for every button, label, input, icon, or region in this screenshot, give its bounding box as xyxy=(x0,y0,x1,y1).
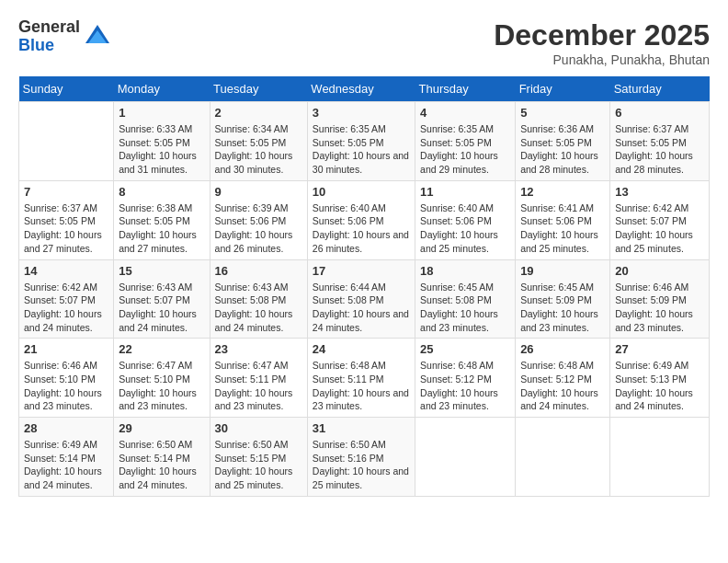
day-number: 23 xyxy=(215,342,302,356)
calendar-cell: 3Sunrise: 6:35 AMSunset: 5:05 PMDaylight… xyxy=(307,102,415,181)
day-number: 1 xyxy=(119,106,204,120)
calendar-cell: 8Sunrise: 6:38 AMSunset: 5:05 PMDaylight… xyxy=(114,180,210,259)
day-number: 15 xyxy=(119,264,204,278)
logo: General Blue xyxy=(18,18,111,55)
weekday-header: Wednesday xyxy=(307,76,415,102)
day-number: 8 xyxy=(119,185,204,199)
day-info: Sunrise: 6:45 AMSunset: 5:08 PMDaylight:… xyxy=(420,281,510,335)
calendar-cell: 30Sunrise: 6:50 AMSunset: 5:15 PMDayligh… xyxy=(210,418,307,497)
subtitle: Punakha, Punakha, Bhutan xyxy=(494,52,710,67)
title-section: December 2025 Punakha, Punakha, Bhutan xyxy=(494,18,710,67)
calendar-table: SundayMondayTuesdayWednesdayThursdayFrid… xyxy=(18,76,710,497)
calendar-cell: 24Sunrise: 6:48 AMSunset: 5:11 PMDayligh… xyxy=(307,339,415,418)
day-number: 19 xyxy=(520,264,605,278)
day-number: 12 xyxy=(520,185,605,199)
day-info: Sunrise: 6:46 AMSunset: 5:10 PMDaylight:… xyxy=(24,359,108,413)
day-number: 18 xyxy=(420,264,510,278)
day-number: 20 xyxy=(615,264,704,278)
calendar-cell: 19Sunrise: 6:45 AMSunset: 5:09 PMDayligh… xyxy=(516,259,610,339)
calendar-week-row: 7Sunrise: 6:37 AMSunset: 5:05 PMDaylight… xyxy=(19,180,710,259)
calendar-cell: 10Sunrise: 6:40 AMSunset: 5:06 PMDayligh… xyxy=(307,180,415,259)
calendar-cell: 17Sunrise: 6:44 AMSunset: 5:08 PMDayligh… xyxy=(307,259,415,339)
day-info: Sunrise: 6:42 AMSunset: 5:07 PMDaylight:… xyxy=(24,281,108,335)
day-number: 7 xyxy=(24,185,108,199)
day-info: Sunrise: 6:47 AMSunset: 5:11 PMDaylight:… xyxy=(215,359,302,413)
weekday-header: Tuesday xyxy=(210,76,307,102)
calendar-cell: 23Sunrise: 6:47 AMSunset: 5:11 PMDayligh… xyxy=(210,339,307,418)
day-info: Sunrise: 6:35 AMSunset: 5:05 PMDaylight:… xyxy=(313,122,410,177)
logo-icon xyxy=(84,23,111,51)
calendar-cell xyxy=(516,418,610,497)
calendar-cell: 31Sunrise: 6:50 AMSunset: 5:16 PMDayligh… xyxy=(307,418,415,497)
weekday-header: Thursday xyxy=(415,76,516,102)
day-number: 9 xyxy=(215,185,302,199)
day-number: 14 xyxy=(24,264,108,278)
day-number: 3 xyxy=(313,106,410,120)
day-info: Sunrise: 6:42 AMSunset: 5:07 PMDaylight:… xyxy=(615,201,704,256)
calendar-week-row: 28Sunrise: 6:49 AMSunset: 5:14 PMDayligh… xyxy=(19,418,710,497)
calendar-week-row: 21Sunrise: 6:46 AMSunset: 5:10 PMDayligh… xyxy=(19,339,710,418)
day-info: Sunrise: 6:44 AMSunset: 5:08 PMDaylight:… xyxy=(313,281,410,335)
day-number: 4 xyxy=(420,106,510,120)
calendar-cell: 18Sunrise: 6:45 AMSunset: 5:08 PMDayligh… xyxy=(415,259,516,339)
day-number: 16 xyxy=(215,264,302,278)
calendar-cell: 13Sunrise: 6:42 AMSunset: 5:07 PMDayligh… xyxy=(610,180,710,259)
calendar-cell: 5Sunrise: 6:36 AMSunset: 5:05 PMDaylight… xyxy=(516,102,610,181)
day-info: Sunrise: 6:47 AMSunset: 5:10 PMDaylight:… xyxy=(119,359,204,413)
day-info: Sunrise: 6:40 AMSunset: 5:06 PMDaylight:… xyxy=(313,201,410,256)
day-info: Sunrise: 6:37 AMSunset: 5:05 PMDaylight:… xyxy=(615,122,704,177)
calendar-cell: 26Sunrise: 6:48 AMSunset: 5:12 PMDayligh… xyxy=(516,339,610,418)
day-info: Sunrise: 6:33 AMSunset: 5:05 PMDaylight:… xyxy=(119,122,204,177)
calendar-cell: 16Sunrise: 6:43 AMSunset: 5:08 PMDayligh… xyxy=(210,259,307,339)
logo-blue: Blue xyxy=(18,37,80,55)
day-info: Sunrise: 6:40 AMSunset: 5:06 PMDaylight:… xyxy=(420,201,510,256)
calendar-cell: 11Sunrise: 6:40 AMSunset: 5:06 PMDayligh… xyxy=(415,180,516,259)
day-number: 27 xyxy=(615,342,704,356)
calendar-cell xyxy=(610,418,710,497)
day-number: 21 xyxy=(24,342,108,356)
day-number: 31 xyxy=(313,421,410,435)
weekday-header: Monday xyxy=(114,76,210,102)
day-number: 13 xyxy=(615,185,704,199)
day-info: Sunrise: 6:43 AMSunset: 5:08 PMDaylight:… xyxy=(215,281,302,335)
day-info: Sunrise: 6:46 AMSunset: 5:09 PMDaylight:… xyxy=(615,281,704,335)
day-number: 30 xyxy=(215,421,302,435)
header-row: SundayMondayTuesdayWednesdayThursdayFrid… xyxy=(19,76,710,102)
page-header: General Blue December 2025 Punakha, Puna… xyxy=(18,18,710,67)
day-info: Sunrise: 6:48 AMSunset: 5:12 PMDaylight:… xyxy=(420,359,510,413)
day-number: 24 xyxy=(313,342,410,356)
calendar-cell: 9Sunrise: 6:39 AMSunset: 5:06 PMDaylight… xyxy=(210,180,307,259)
calendar-cell: 2Sunrise: 6:34 AMSunset: 5:05 PMDaylight… xyxy=(210,102,307,181)
day-info: Sunrise: 6:39 AMSunset: 5:06 PMDaylight:… xyxy=(215,201,302,256)
calendar-cell: 20Sunrise: 6:46 AMSunset: 5:09 PMDayligh… xyxy=(610,259,710,339)
day-number: 17 xyxy=(313,264,410,278)
day-info: Sunrise: 6:50 AMSunset: 5:16 PMDaylight:… xyxy=(313,438,410,492)
calendar-cell xyxy=(415,418,516,497)
day-info: Sunrise: 6:35 AMSunset: 5:05 PMDaylight:… xyxy=(420,122,510,177)
day-info: Sunrise: 6:49 AMSunset: 5:13 PMDaylight:… xyxy=(615,359,704,413)
calendar-cell: 25Sunrise: 6:48 AMSunset: 5:12 PMDayligh… xyxy=(415,339,516,418)
day-info: Sunrise: 6:48 AMSunset: 5:11 PMDaylight:… xyxy=(313,359,410,413)
calendar-cell: 21Sunrise: 6:46 AMSunset: 5:10 PMDayligh… xyxy=(19,339,114,418)
calendar-cell: 27Sunrise: 6:49 AMSunset: 5:13 PMDayligh… xyxy=(610,339,710,418)
day-info: Sunrise: 6:41 AMSunset: 5:06 PMDaylight:… xyxy=(520,201,605,256)
calendar-cell: 6Sunrise: 6:37 AMSunset: 5:05 PMDaylight… xyxy=(610,102,710,181)
day-info: Sunrise: 6:36 AMSunset: 5:05 PMDaylight:… xyxy=(520,122,605,177)
day-number: 11 xyxy=(420,185,510,199)
calendar-cell: 28Sunrise: 6:49 AMSunset: 5:14 PMDayligh… xyxy=(19,418,114,497)
day-info: Sunrise: 6:37 AMSunset: 5:05 PMDaylight:… xyxy=(24,201,108,256)
weekday-header: Friday xyxy=(516,76,610,102)
calendar-week-row: 14Sunrise: 6:42 AMSunset: 5:07 PMDayligh… xyxy=(19,259,710,339)
weekday-header: Saturday xyxy=(610,76,710,102)
day-number: 25 xyxy=(420,342,510,356)
main-title: December 2025 xyxy=(494,18,710,52)
weekday-header: Sunday xyxy=(19,76,114,102)
day-info: Sunrise: 6:34 AMSunset: 5:05 PMDaylight:… xyxy=(215,122,302,177)
day-number: 5 xyxy=(520,106,605,120)
calendar-cell: 29Sunrise: 6:50 AMSunset: 5:14 PMDayligh… xyxy=(114,418,210,497)
calendar-cell: 4Sunrise: 6:35 AMSunset: 5:05 PMDaylight… xyxy=(415,102,516,181)
calendar-cell: 1Sunrise: 6:33 AMSunset: 5:05 PMDaylight… xyxy=(114,102,210,181)
logo-general: General xyxy=(18,18,80,37)
day-info: Sunrise: 6:50 AMSunset: 5:15 PMDaylight:… xyxy=(215,438,302,492)
day-number: 28 xyxy=(24,421,108,435)
